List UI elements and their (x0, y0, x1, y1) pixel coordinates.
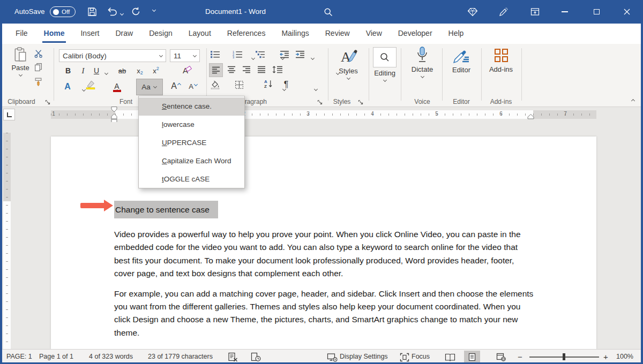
cut-button[interactable] (34, 49, 43, 58)
italic-button[interactable]: I (79, 64, 87, 77)
tab-design[interactable]: Design (141, 24, 181, 44)
zoom-out-button[interactable]: − (518, 350, 522, 364)
ribbon-display-options-icon[interactable] (530, 7, 540, 16)
font-name-combo[interactable]: Calibri (Body) (59, 49, 166, 62)
dictate-button[interactable]: Dictate (408, 47, 436, 79)
maximize-button[interactable] (594, 9, 600, 14)
borders-chevron-icon[interactable] (313, 87, 318, 92)
show-hide-pilcrow-button[interactable]: ¶ (281, 78, 291, 91)
tab-mailings[interactable]: Mailings (273, 24, 317, 44)
zoom-percentage[interactable]: 100% (616, 350, 633, 364)
text-effects-button[interactable]: A (62, 80, 73, 94)
status-page-label[interactable]: PAGE: 1 (6, 350, 32, 364)
zoom-in-button[interactable]: + (603, 350, 608, 364)
superscript-button[interactable]: x2 (150, 64, 162, 77)
status-page-of[interactable]: Page 1 of 1 (39, 350, 73, 364)
focus-time-icon[interactable] (251, 352, 261, 362)
subscript-button[interactable]: x2 (134, 64, 146, 77)
copy-button[interactable] (34, 63, 42, 72)
bold-button[interactable]: B (63, 64, 73, 77)
line-spacing-button[interactable] (272, 66, 283, 73)
document-page[interactable]: Change to sentence case Video provides a… (51, 136, 596, 349)
tab-home[interactable]: Home (36, 24, 73, 44)
tab-help[interactable]: Help (440, 24, 472, 44)
decrease-indent-button[interactable] (280, 50, 289, 58)
web-layout-button[interactable] (496, 353, 506, 361)
menu-item-capitalize-each-word[interactable]: Capitalize Each Word (139, 152, 244, 170)
align-right-button[interactable] (242, 66, 251, 73)
font-size-combo[interactable]: 11 (170, 49, 200, 62)
multilevel-chevron-icon[interactable] (310, 56, 315, 61)
styles-button-label: Styles (339, 67, 357, 75)
bullets-button[interactable] (210, 50, 220, 58)
shading-button[interactable] (210, 80, 220, 89)
clipboard-dialog-launcher[interactable] (45, 100, 51, 105)
change-case-button[interactable]: Aa (136, 79, 163, 95)
tab-draw[interactable]: Draw (107, 24, 141, 44)
align-center-button[interactable] (227, 66, 236, 73)
add-ins-button[interactable]: Add-ins (488, 49, 514, 73)
align-left-button[interactable] (209, 63, 223, 77)
zoom-slider-thumb[interactable] (563, 353, 565, 360)
shrink-font-button[interactable]: A (188, 80, 199, 93)
menu-item-sentence-case[interactable]: Sentence case. (139, 97, 244, 116)
display-settings-icon[interactable] (327, 353, 338, 362)
collapse-ribbon-button[interactable] (631, 97, 635, 102)
text-highlight-button[interactable] (86, 80, 95, 89)
underline-chevron-icon[interactable] (104, 71, 109, 76)
display-settings-label[interactable]: Display Settings (340, 350, 388, 364)
tab-references[interactable]: References (219, 24, 274, 44)
font-color-button[interactable]: A (111, 80, 122, 94)
editor-button[interactable]: Editor (449, 48, 474, 74)
status-char-count[interactable]: 23 of 1779 characters (148, 350, 213, 364)
tab-file[interactable]: File (8, 24, 36, 44)
undo-dropdown-chevron-icon[interactable] (119, 12, 124, 17)
minimize-button[interactable] (562, 11, 568, 12)
indent-markers[interactable] (110, 107, 118, 124)
tab-developer[interactable]: Developer (390, 24, 440, 44)
right-indent-marker[interactable] (527, 114, 534, 119)
selected-heading-text[interactable]: Change to sentence case (114, 201, 218, 218)
customize-quick-access-icon[interactable] (152, 8, 156, 13)
styles-button[interactable]: A Styles (331, 47, 365, 81)
focus-mode-label[interactable]: Focus (412, 350, 430, 364)
menu-item-uppercase[interactable]: UPPERCASE (139, 134, 244, 152)
save-icon[interactable] (87, 7, 97, 17)
justify-button[interactable] (257, 66, 266, 73)
tab-selector-button[interactable] (3, 109, 15, 120)
strikethrough-button[interactable]: ab (116, 64, 129, 77)
autosave-toggle[interactable]: Off (50, 6, 76, 17)
format-painter-button[interactable] (34, 77, 42, 87)
premium-gem-icon[interactable] (467, 7, 478, 17)
search-icon[interactable] (324, 7, 333, 17)
tab-view[interactable]: View (358, 24, 390, 44)
styles-dialog-launcher[interactable] (358, 100, 364, 105)
increase-indent-button[interactable] (295, 50, 305, 58)
feedback-pen-icon[interactable] (498, 7, 509, 17)
tab-insert[interactable]: Insert (72, 24, 107, 44)
grow-font-button[interactable]: A (170, 80, 182, 93)
paragraph-dialog-launcher[interactable] (317, 100, 323, 105)
paragraph[interactable]: Video provides a powerful way to help yo… (114, 228, 534, 280)
close-button[interactable] (624, 9, 630, 15)
status-word-count[interactable]: 4 of 323 words (89, 350, 133, 364)
multilevel-list-button[interactable] (255, 50, 265, 58)
underline-button[interactable]: U (92, 64, 101, 77)
borders-button[interactable] (235, 80, 244, 89)
redo-icon[interactable] (131, 7, 140, 16)
menu-item-lowercase[interactable]: lowercase (139, 116, 244, 134)
numbering-button[interactable]: 123 (233, 50, 243, 58)
sort-button[interactable]: AZ (264, 79, 273, 88)
read-mode-button[interactable] (445, 353, 455, 361)
print-layout-button[interactable] (464, 351, 480, 363)
menu-item-toggle-case[interactable]: tOGGLE cASE (139, 170, 244, 188)
tab-review[interactable]: Review (317, 24, 358, 44)
focus-mode-icon[interactable] (400, 353, 409, 362)
clear-formatting-button[interactable]: A (179, 63, 195, 77)
paragraph[interactable]: For example, you can add a matching cove… (114, 287, 534, 340)
editing-group-button[interactable]: Editing (371, 47, 399, 83)
proofing-errors-icon[interactable] (228, 352, 238, 362)
undo-icon[interactable] (107, 7, 117, 16)
paste-button[interactable]: Paste (8, 47, 33, 78)
tab-layout[interactable]: Layout (181, 24, 219, 44)
